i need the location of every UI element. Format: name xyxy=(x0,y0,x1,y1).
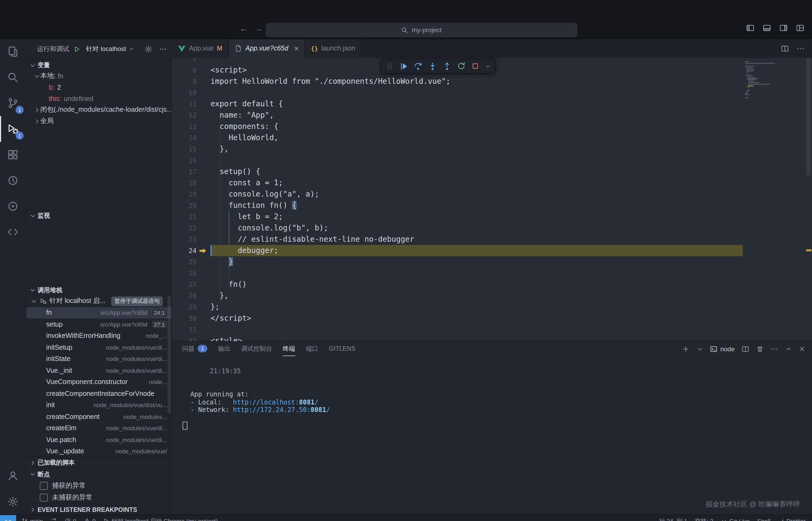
gutter-glyph[interactable] xyxy=(196,312,210,324)
loaded-scripts-section-header[interactable]: 已加载的脚本 xyxy=(26,456,171,468)
line-number[interactable]: 15 xyxy=(172,143,196,154)
gutter-glyph[interactable] xyxy=(196,188,210,200)
tab-debug-console[interactable]: 调试控制台 xyxy=(241,342,272,356)
code-line[interactable]: 19 console.log("a", a); xyxy=(172,188,743,200)
code-line[interactable]: 22 console.log("b", b); xyxy=(172,222,743,233)
status-item[interactable]: 针对 localhost 启动 Chrome (my-project) xyxy=(103,517,218,521)
customize-layout-icon[interactable] xyxy=(796,24,805,32)
code-editor[interactable]: 78<script>9import HelloWorld from "./com… xyxy=(172,58,812,341)
tab-app-vue-c65d[interactable]: App.vue?c65d × xyxy=(229,39,305,58)
gutter-glyph[interactable] xyxy=(196,64,210,75)
status-item[interactable]: 0 xyxy=(84,518,96,521)
remote-indicator[interactable]: >< xyxy=(0,515,16,521)
close-icon[interactable]: × xyxy=(294,44,299,53)
split-terminal-icon[interactable] xyxy=(742,345,749,353)
code-line[interactable]: 17 setup() { xyxy=(172,166,743,177)
gutter-glyph[interactable] xyxy=(196,245,210,256)
activity-item-run-and-debug[interactable]: 1 xyxy=(0,116,26,142)
activity-item-account[interactable] xyxy=(0,463,26,489)
status-item[interactable] xyxy=(50,518,57,521)
line-number[interactable]: 27 xyxy=(172,278,196,290)
activity-item-angle-brackets-extension[interactable] xyxy=(0,219,26,245)
activity-item-source-control[interactable]: 1 xyxy=(0,90,26,116)
code-line[interactable]: 23 // eslint-disable-next-line no-debugg… xyxy=(172,233,743,245)
code-line[interactable]: 16 xyxy=(172,154,743,166)
launch-config-select[interactable]: 针对 localhost xyxy=(86,44,134,53)
code-line[interactable]: 13 components: { xyxy=(172,120,743,132)
status-item[interactable]: 0 xyxy=(65,518,76,521)
step-over-icon[interactable] xyxy=(414,62,423,71)
code-line[interactable]: 10 xyxy=(172,87,743,98)
gutter-glyph[interactable] xyxy=(196,233,210,245)
stop-icon[interactable] xyxy=(471,62,480,70)
line-number[interactable]: 16 xyxy=(172,154,196,166)
line-number[interactable]: 32 xyxy=(172,335,196,341)
tab-ports[interactable]: 端口 xyxy=(306,342,318,356)
line-number[interactable]: 21 xyxy=(172,211,196,222)
debug-session-row[interactable]: 针对 localhost 启...暂停于调试器语句 xyxy=(26,295,171,307)
checkbox[interactable] xyxy=(40,493,48,501)
breakpoints-section-header[interactable]: 断点 xyxy=(26,468,171,480)
variables-section-header[interactable]: 变量 xyxy=(26,59,171,71)
line-number[interactable]: 11 xyxy=(172,98,196,109)
stack-frame-row[interactable]: createComponentInstanceForVnode xyxy=(26,388,171,399)
stack-frame-row[interactable]: setupsrc/App.vue?c65d27:1 xyxy=(26,318,171,330)
line-number[interactable]: 9 xyxy=(172,75,196,87)
code-line[interactable]: 25 } xyxy=(172,256,743,267)
toggle-panel-icon[interactable] xyxy=(763,24,771,32)
gutter-glyph[interactable] xyxy=(196,200,210,211)
gutter-glyph[interactable] xyxy=(196,301,210,312)
restart-icon[interactable] xyxy=(457,62,466,70)
gutter-glyph[interactable] xyxy=(196,177,210,188)
status-item[interactable]: 空格: 2 xyxy=(695,517,713,521)
line-number[interactable]: 7 xyxy=(172,58,196,64)
back-button[interactable]: ← xyxy=(239,24,248,33)
checkbox[interactable] xyxy=(40,481,48,490)
more-actions-icon[interactable] xyxy=(159,45,167,53)
code-line[interactable]: 21 let b = 2; xyxy=(172,211,743,222)
minimap[interactable] xyxy=(743,58,805,341)
stack-frame-row[interactable]: Vue._initnode_modules/vue/di... xyxy=(26,365,171,376)
stack-frame-row[interactable]: initnode_modules/vue/dist/vu... xyxy=(26,399,171,411)
tab-problems[interactable]: 问题 1 xyxy=(182,342,207,356)
line-number[interactable]: 13 xyxy=(172,120,196,132)
code-line[interactable]: 12 name: "App", xyxy=(172,109,743,120)
stack-frame-row[interactable]: initStatenode_modules/vue/di... xyxy=(26,353,171,365)
line-number[interactable]: 22 xyxy=(172,222,196,233)
toggle-secondary-sidebar-icon[interactable] xyxy=(779,24,788,32)
gutter-glyph[interactable] xyxy=(196,278,210,290)
stack-frame-row[interactable]: initSetupnode_modules/vue/di... xyxy=(26,342,171,353)
gutter-glyph[interactable] xyxy=(196,324,210,335)
activity-item-settings[interactable] xyxy=(0,489,26,515)
code-line[interactable]: 26 xyxy=(172,267,743,278)
gutter-glyph[interactable] xyxy=(196,256,210,267)
gutter-glyph[interactable] xyxy=(196,211,210,222)
code-line[interactable]: 29}; xyxy=(172,301,743,312)
activity-item-clock-extension[interactable] xyxy=(0,167,26,194)
gutter-glyph[interactable] xyxy=(196,58,210,64)
stack-frame-row[interactable]: VueComponent.constructornode... xyxy=(26,376,171,388)
editor-scrollbar[interactable] xyxy=(805,58,812,341)
tab-gitlens[interactable]: GITLENS xyxy=(329,342,355,356)
stack-frame-row[interactable]: createComponentnode_modules... xyxy=(26,411,171,423)
gutter-glyph[interactable] xyxy=(196,166,210,177)
gutter-glyph[interactable] xyxy=(196,109,210,120)
code-line[interactable]: 28 }, xyxy=(172,290,743,301)
code-line[interactable]: 30</script> xyxy=(172,312,743,324)
line-number[interactable]: 28 xyxy=(172,290,196,301)
activity-item-record-extension[interactable] xyxy=(0,194,26,219)
line-number[interactable]: 8 xyxy=(172,64,196,75)
split-editor-icon[interactable] xyxy=(781,44,789,52)
sidebar-scrollbar[interactable] xyxy=(167,295,171,413)
command-center[interactable]: my-project xyxy=(265,23,578,38)
tab-terminal[interactable]: 终端 xyxy=(283,342,295,356)
code-line[interactable]: 32<style> xyxy=(172,335,743,341)
forward-button[interactable]: → xyxy=(255,24,263,33)
gutter-glyph[interactable] xyxy=(196,87,210,98)
step-into-icon[interactable] xyxy=(428,62,437,71)
line-number[interactable]: 12 xyxy=(172,109,196,120)
kill-terminal-icon[interactable] xyxy=(756,345,764,353)
code-line[interactable]: 27 fn() xyxy=(172,278,743,290)
gutter-glyph[interactable] xyxy=(196,335,210,341)
gutter-glyph[interactable] xyxy=(196,143,210,154)
